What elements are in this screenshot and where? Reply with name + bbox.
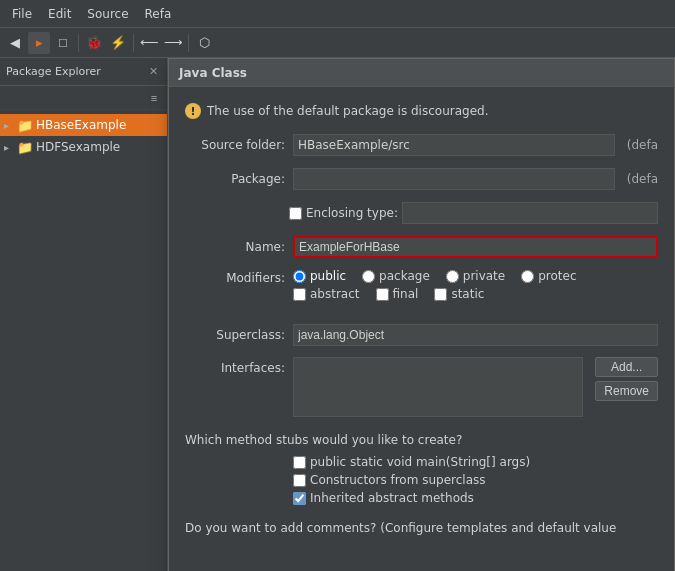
tree-item-hdfsexample[interactable]: ▸ 📁 HDFSexample — [0, 136, 167, 158]
stubs-constructors-label: Constructors from superclass — [310, 473, 486, 487]
checkbox-abstract: abstract — [293, 287, 360, 301]
checkbox-final-input[interactable] — [376, 288, 389, 301]
warning-text: The use of the default package is discou… — [207, 104, 488, 118]
expand-icon-hdfs: ▸ — [4, 142, 14, 153]
toolbar: ◀ ▸ □ 🐞 ⚡ ⟵ ⟶ ⬡ — [0, 28, 675, 58]
stubs-checkbox-constructors: Constructors from superclass — [293, 471, 658, 489]
source-folder-row: Source folder: HBaseExample/src (defa — [185, 133, 658, 157]
checkbox-static: static — [434, 287, 484, 301]
radio-private-input[interactable] — [446, 270, 459, 283]
modifiers-row: Modifiers: public package — [185, 269, 658, 313]
modifiers-label: Modifiers: — [185, 269, 285, 285]
folder-icon-hbase: 📁 — [17, 117, 33, 133]
dialog-title: Java Class — [179, 66, 247, 80]
enclosing-type-label: Enclosing type: — [306, 206, 398, 220]
expand-icon-hbase: ▸ — [4, 120, 14, 131]
enclosing-type-checkbox[interactable] — [289, 207, 302, 220]
tree-label-hbase: HBaseExample — [36, 118, 126, 132]
toolbar-run-btn[interactable]: ▸ — [28, 32, 50, 54]
checkbox-final: final — [376, 287, 419, 301]
stubs-section: Which method stubs would you like to cre… — [185, 433, 658, 507]
modifiers-line-2: abstract final static — [293, 287, 577, 301]
interfaces-remove-btn[interactable]: Remove — [595, 381, 658, 401]
toolbar-stop-btn[interactable]: □ — [52, 32, 74, 54]
radio-protected-label: protec — [538, 269, 576, 283]
menu-source[interactable]: Source — [79, 3, 136, 25]
panel-toolbar: ≡ — [0, 86, 167, 110]
left-panel: Package Explorer ✕ ≡ ▸ 📁 HBaseExample ▸ … — [0, 58, 168, 571]
dialog-titlebar: Java Class — [169, 59, 674, 87]
checkbox-static-label: static — [451, 287, 484, 301]
menu-file[interactable]: File — [4, 3, 40, 25]
warning-row: ! The use of the default package is disc… — [185, 99, 658, 123]
package-row: Package: (defa — [185, 167, 658, 191]
comments-text: Do you want to add comments? (Configure … — [185, 521, 658, 535]
enclosing-type-row: Enclosing type: — [185, 201, 658, 225]
source-folder-suffix: (defa — [627, 138, 658, 152]
main-content: Package Explorer ✕ ≡ ▸ 📁 HBaseExample ▸ … — [0, 58, 675, 571]
stubs-checkbox-inherited: Inherited abstract methods — [293, 489, 658, 507]
radio-protected: protec — [521, 269, 576, 283]
radio-private: private — [446, 269, 505, 283]
tree-content: ▸ 📁 HBaseExample ▸ 📁 HDFSexample — [0, 110, 167, 571]
panel-header: Package Explorer ✕ — [0, 58, 167, 86]
stubs-constructors-input[interactable] — [293, 474, 306, 487]
modifiers-grid: public package private — [293, 269, 577, 301]
tree-item-hbaseexample[interactable]: ▸ 📁 HBaseExample — [0, 114, 167, 136]
dialog-body: ! The use of the default package is disc… — [169, 87, 674, 571]
interfaces-row: Interfaces: Add... Remove — [185, 357, 658, 417]
toolbar-new-btn[interactable]: ◀ — [4, 32, 26, 54]
interfaces-label: Interfaces: — [185, 357, 285, 375]
checkbox-final-label: final — [393, 287, 419, 301]
radio-package: package — [362, 269, 430, 283]
radio-package-label: package — [379, 269, 430, 283]
menu-edit[interactable]: Edit — [40, 3, 79, 25]
panel-collapse-btn[interactable]: ≡ — [145, 89, 163, 107]
package-explorer-title: Package Explorer — [6, 65, 141, 78]
toolbar-sep-3 — [188, 34, 189, 52]
interfaces-box[interactable] — [293, 357, 583, 417]
stubs-inherited-input[interactable] — [293, 492, 306, 505]
superclass-label: Superclass: — [185, 328, 285, 342]
source-folder-value: HBaseExample/src — [293, 134, 615, 156]
interfaces-add-btn[interactable]: Add... — [595, 357, 658, 377]
stubs-inherited-label: Inherited abstract methods — [310, 491, 474, 505]
radio-public: public — [293, 269, 346, 283]
toolbar-launch-btn[interactable]: ⚡ — [107, 32, 129, 54]
stubs-main-input[interactable] — [293, 456, 306, 469]
stubs-main-label: public static void main(String[] args) — [310, 455, 530, 469]
checkbox-static-input[interactable] — [434, 288, 447, 301]
menu-refa[interactable]: Refa — [137, 3, 180, 25]
modifiers-line-1: public package private — [293, 269, 577, 283]
radio-protected-input[interactable] — [521, 270, 534, 283]
stubs-title: Which method stubs would you like to cre… — [185, 433, 658, 447]
radio-package-input[interactable] — [362, 270, 375, 283]
toolbar-debug-btn[interactable]: 🐞 — [83, 32, 105, 54]
menubar: File Edit Source Refa — [0, 0, 675, 28]
toolbar-forward-btn[interactable]: ⟶ — [162, 32, 184, 54]
name-label: Name: — [185, 240, 285, 254]
superclass-input[interactable] — [293, 324, 658, 346]
package-input[interactable] — [293, 168, 615, 190]
radio-public-label: public — [310, 269, 346, 283]
panel-close-btn[interactable]: ✕ — [145, 64, 161, 80]
package-label: Package: — [185, 172, 285, 186]
radio-private-label: private — [463, 269, 505, 283]
dialog-overlay: Java Class ! The use of the default pack… — [168, 58, 675, 571]
checkbox-abstract-input[interactable] — [293, 288, 306, 301]
folder-icon-hdfs: 📁 — [17, 139, 33, 155]
toolbar-sep-2 — [133, 34, 134, 52]
warning-icon: ! — [185, 103, 201, 119]
name-input[interactable] — [293, 236, 658, 258]
enclosing-type-input[interactable] — [402, 202, 658, 224]
java-class-dialog: Java Class ! The use of the default pack… — [168, 58, 675, 571]
toolbar-back-btn[interactable]: ⟵ — [138, 32, 160, 54]
tree-label-hdfs: HDFSexample — [36, 140, 120, 154]
checkbox-abstract-label: abstract — [310, 287, 360, 301]
stubs-checkbox-main: public static void main(String[] args) — [293, 453, 658, 471]
source-folder-label: Source folder: — [185, 138, 285, 152]
toolbar-perspective-btn[interactable]: ⬡ — [193, 32, 215, 54]
package-suffix: (defa — [627, 172, 658, 186]
radio-public-input[interactable] — [293, 270, 306, 283]
name-row: Name: — [185, 235, 658, 259]
